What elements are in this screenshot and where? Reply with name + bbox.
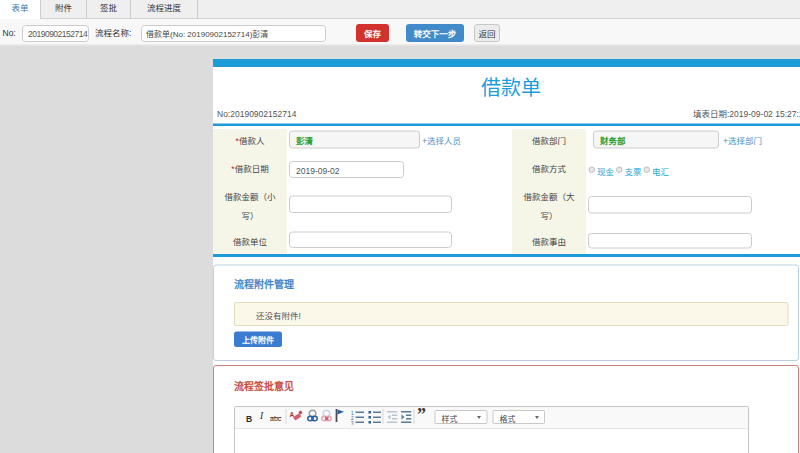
svg-text:A: A bbox=[290, 411, 295, 418]
svg-text:3: 3 bbox=[351, 421, 354, 425]
